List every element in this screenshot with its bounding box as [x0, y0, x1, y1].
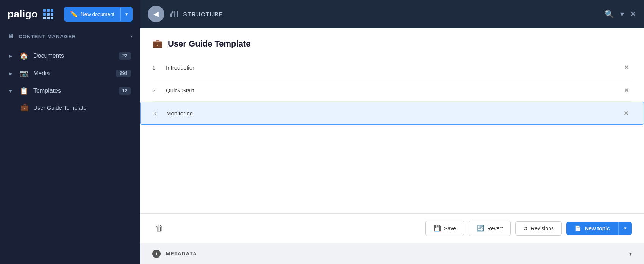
- topic-number-1: 1.: [152, 64, 166, 71]
- logo-dot-8: [47, 17, 50, 19]
- close-button[interactable]: ✕: [630, 9, 636, 19]
- topic-name-1: Introduction: [166, 64, 621, 71]
- revisions-label: Revisions: [531, 225, 554, 231]
- revert-label: Revert: [487, 225, 503, 231]
- media-arrow-icon: ▶: [9, 71, 12, 76]
- templates-label: Templates: [33, 87, 61, 94]
- delete-button[interactable]: 🗑: [152, 222, 167, 235]
- hierarchy-icon: ⛙: [170, 10, 179, 19]
- topic-row-2: 2. Quick Start ✕: [152, 79, 632, 102]
- logo-dot-7: [43, 17, 46, 19]
- topic-number-3: 3.: [153, 110, 166, 116]
- content-manager-chevron-icon[interactable]: ▾: [130, 34, 133, 39]
- info-icon: i: [152, 250, 161, 258]
- documents-label: Documents: [33, 53, 64, 59]
- save-label: Save: [444, 225, 456, 231]
- briefcase-icon: 💼: [20, 103, 29, 112]
- search-button[interactable]: 🔍: [605, 9, 614, 19]
- content-manager-label: 🖥 CONTENT MANAGER: [8, 33, 76, 40]
- new-doc-dropdown-arrow[interactable]: ▾: [120, 8, 133, 21]
- logo-dots: [43, 9, 53, 19]
- main-area: ◀ ⛙ STRUCTURE 🔍 ▾ ✕ 💼 User Guide Templat…: [140, 0, 644, 264]
- logo-dot-3: [51, 9, 53, 12]
- revert-button[interactable]: 🔄 Revert: [469, 221, 511, 236]
- logo-dot-9: [51, 17, 53, 19]
- sidebar-item-user-guide-template[interactable]: 💼 User Guide Template: [15, 99, 136, 115]
- sidebar-item-media[interactable]: ▶ 📷 Media 294: [4, 65, 136, 82]
- panel-briefcase-icon: 💼: [152, 39, 163, 49]
- sidebar-nav: ▶ 🏠 Documents 22 ▶ 📷 Media 294 ▶ 📋 Templ…: [0, 47, 140, 264]
- topic-close-1[interactable]: ✕: [621, 62, 632, 73]
- content-panel: 💼 User Guide Template 1. Introduction ✕ …: [140, 28, 644, 243]
- structure-label: ⛙ STRUCTURE: [170, 10, 224, 19]
- new-topic-icon: 📄: [575, 225, 581, 231]
- topic-row-1: 1. Introduction ✕: [152, 56, 632, 79]
- logo-dot-4: [43, 13, 46, 16]
- sidebar-header: paligo ✏️ New document ▾: [0, 0, 140, 28]
- media-badge: 294: [116, 70, 131, 77]
- topics-list: 1. Introduction ✕ 2. Quick Start ✕ 3. ✕: [140, 56, 644, 213]
- metadata-label: METADATA: [166, 251, 197, 256]
- logo-dot-5: [47, 13, 50, 16]
- template-icon: 📋: [20, 87, 28, 95]
- content-manager-header: 🖥 CONTENT MANAGER ▾: [8, 28, 133, 44]
- new-topic-label: New topic: [585, 225, 610, 231]
- monitor-icon: 🖥: [8, 33, 14, 40]
- metadata-chevron-icon[interactable]: ▾: [629, 251, 632, 257]
- home-icon: 🏠: [20, 52, 28, 60]
- back-button[interactable]: ◀: [148, 6, 164, 22]
- new-topic-dropdown-icon: ▾: [624, 225, 627, 231]
- logo-dot-1: [43, 9, 46, 12]
- top-bar: ◀ ⛙ STRUCTURE 🔍 ▾ ✕: [140, 0, 644, 28]
- new-topic-dropdown-button[interactable]: ▾: [618, 222, 632, 235]
- sidebar-item-templates[interactable]: ▶ 📋 Templates 12: [4, 82, 136, 99]
- sidebar: paligo ✏️ New document ▾: [0, 0, 140, 264]
- topic-name-2: Quick Start: [166, 87, 621, 93]
- user-guide-template-label: User Guide Template: [33, 104, 87, 111]
- revisions-button[interactable]: ↺ Revisions: [515, 221, 562, 236]
- sidebar-item-documents[interactable]: ▶ 🏠 Documents 22: [4, 47, 136, 65]
- edit-icon: ✏️: [70, 11, 78, 18]
- revert-icon: 🔄: [477, 225, 484, 232]
- templates-badge: 12: [119, 87, 131, 95]
- new-doc-label: New document: [81, 11, 114, 17]
- documents-arrow-icon: ▶: [9, 54, 12, 59]
- panel-header: 💼 User Guide Template: [140, 28, 644, 56]
- templates-sub-nav: 💼 User Guide Template: [4, 99, 136, 115]
- logo-text: paligo: [8, 8, 38, 20]
- topbar-chevron-icon[interactable]: ▾: [620, 9, 624, 19]
- dropdown-arrow-icon: ▾: [125, 11, 128, 17]
- new-topic-button[interactable]: 📄 New topic: [566, 222, 618, 235]
- new-document-button[interactable]: ✏️ New document ▾: [64, 7, 133, 22]
- new-topic-button-group: 📄 New topic ▾: [566, 222, 632, 235]
- topic-close-3[interactable]: ✕: [621, 108, 631, 118]
- back-arrow-icon: ◀: [153, 10, 159, 18]
- camera-icon: 📷: [20, 69, 28, 78]
- metadata-bar: i METADATA ▾: [140, 243, 644, 264]
- top-bar-actions: 🔍 ▾ ✕: [605, 9, 636, 19]
- logo-area: paligo: [8, 8, 53, 20]
- topic-number-2: 2.: [152, 87, 166, 93]
- topic-close-2[interactable]: ✕: [621, 85, 632, 95]
- revisions-icon: ↺: [523, 225, 528, 231]
- save-icon: 💾: [433, 225, 441, 232]
- save-button[interactable]: 💾 Save: [425, 221, 464, 236]
- topic-input-3[interactable]: [166, 110, 621, 116]
- media-label: Media: [33, 70, 50, 77]
- logo-dot-2: [47, 9, 50, 12]
- logo-dot-6: [51, 13, 53, 16]
- templates-arrow-icon: ▶: [8, 89, 13, 92]
- content-manager-section: 🖥 CONTENT MANAGER ▾: [0, 28, 140, 44]
- panel-title: User Guide Template: [168, 39, 250, 49]
- topic-row-3-active: 3. ✕: [140, 102, 644, 125]
- documents-badge: 22: [119, 52, 131, 60]
- bottom-toolbar: 🗑 💾 Save 🔄 Revert ↺ Revisions 📄 New topi…: [140, 213, 644, 243]
